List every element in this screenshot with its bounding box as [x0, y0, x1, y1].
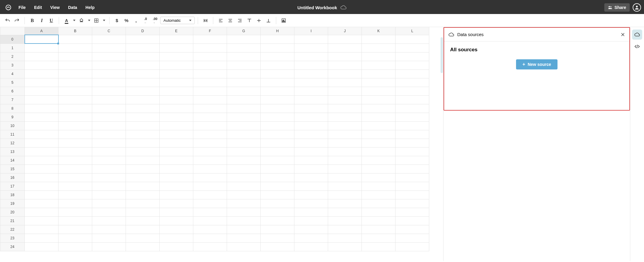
cell[interactable]	[227, 87, 261, 95]
cell[interactable]	[58, 165, 92, 173]
cell[interactable]	[58, 35, 92, 44]
cell[interactable]	[193, 225, 227, 234]
cell[interactable]	[126, 216, 160, 225]
cell[interactable]	[328, 104, 362, 113]
column-header-G[interactable]: G	[227, 27, 261, 35]
cell[interactable]	[328, 87, 362, 95]
cell[interactable]	[362, 104, 396, 113]
menu-help[interactable]: Help	[82, 3, 98, 12]
cell[interactable]	[92, 234, 126, 242]
cell[interactable]	[25, 104, 58, 113]
cell[interactable]	[328, 190, 362, 199]
cell[interactable]	[261, 104, 294, 113]
cell[interactable]	[396, 95, 429, 104]
row-header-1[interactable]: 1	[0, 44, 25, 52]
cell[interactable]	[328, 130, 362, 139]
cell[interactable]	[261, 156, 294, 165]
workbook-title[interactable]: Untitled Workbook	[297, 5, 337, 10]
cell[interactable]	[193, 242, 227, 251]
cell[interactable]	[328, 52, 362, 61]
cell[interactable]	[294, 87, 328, 95]
cell[interactable]	[92, 225, 126, 234]
cell[interactable]	[328, 147, 362, 156]
cell[interactable]	[261, 130, 294, 139]
cell[interactable]	[227, 104, 261, 113]
cell[interactable]	[294, 208, 328, 216]
cell[interactable]	[261, 121, 294, 130]
cell[interactable]	[328, 216, 362, 225]
cell[interactable]	[362, 69, 396, 78]
cell[interactable]	[92, 78, 126, 87]
fill-color-menu[interactable]	[87, 16, 91, 25]
text-color-button[interactable]: A	[62, 16, 71, 25]
row-header-21[interactable]: 21	[0, 216, 25, 225]
cell[interactable]	[328, 199, 362, 208]
text-color-menu[interactable]	[72, 16, 76, 25]
cell[interactable]	[58, 147, 92, 156]
cell[interactable]	[328, 165, 362, 173]
cell[interactable]	[227, 69, 261, 78]
cell[interactable]	[396, 104, 429, 113]
cell[interactable]	[193, 52, 227, 61]
cell[interactable]	[227, 225, 261, 234]
cell[interactable]	[227, 199, 261, 208]
cell[interactable]	[160, 44, 193, 52]
cell[interactable]	[396, 165, 429, 173]
cell[interactable]	[294, 165, 328, 173]
cell[interactable]	[328, 173, 362, 182]
cell[interactable]	[193, 156, 227, 165]
cell[interactable]	[160, 242, 193, 251]
cell[interactable]	[92, 130, 126, 139]
cell[interactable]	[294, 216, 328, 225]
cell[interactable]	[58, 121, 92, 130]
cell[interactable]	[58, 130, 92, 139]
cell[interactable]	[58, 61, 92, 69]
cell[interactable]	[58, 156, 92, 165]
cell[interactable]	[126, 113, 160, 121]
cell[interactable]	[160, 165, 193, 173]
cell[interactable]	[328, 225, 362, 234]
column-header-J[interactable]: J	[328, 27, 362, 35]
cell[interactable]	[58, 113, 92, 121]
cell[interactable]	[58, 52, 92, 61]
cell[interactable]	[294, 190, 328, 199]
cell[interactable]	[261, 35, 294, 44]
cell[interactable]	[92, 147, 126, 156]
cell[interactable]	[396, 61, 429, 69]
cell[interactable]	[126, 242, 160, 251]
cell[interactable]	[193, 95, 227, 104]
cell[interactable]	[92, 139, 126, 147]
row-header-7[interactable]: 7	[0, 95, 25, 104]
cell[interactable]	[160, 95, 193, 104]
cell[interactable]	[92, 61, 126, 69]
cell[interactable]	[294, 225, 328, 234]
cell[interactable]	[261, 216, 294, 225]
column-header-H[interactable]: H	[261, 27, 294, 35]
row-header-11[interactable]: 11	[0, 130, 25, 139]
cell[interactable]	[294, 44, 328, 52]
row-header-19[interactable]: 19	[0, 199, 25, 208]
cell[interactable]	[362, 78, 396, 87]
cell[interactable]	[261, 208, 294, 216]
cell[interactable]	[261, 113, 294, 121]
cell[interactable]	[193, 35, 227, 44]
cell[interactable]	[25, 216, 58, 225]
cell[interactable]	[328, 156, 362, 165]
cell[interactable]	[92, 156, 126, 165]
cell[interactable]	[193, 234, 227, 242]
cell[interactable]	[193, 78, 227, 87]
cell[interactable]	[294, 199, 328, 208]
bold-button[interactable]: B	[28, 16, 37, 25]
cell[interactable]	[25, 139, 58, 147]
column-header-F[interactable]: F	[193, 27, 227, 35]
cell[interactable]	[362, 87, 396, 95]
cell[interactable]	[261, 165, 294, 173]
cell[interactable]	[362, 61, 396, 69]
cell[interactable]	[362, 190, 396, 199]
cell[interactable]	[328, 44, 362, 52]
column-header-E[interactable]: E	[160, 27, 193, 35]
column-header-B[interactable]: B	[58, 27, 92, 35]
cell[interactable]	[193, 121, 227, 130]
cell[interactable]	[328, 182, 362, 190]
cell[interactable]	[160, 69, 193, 78]
